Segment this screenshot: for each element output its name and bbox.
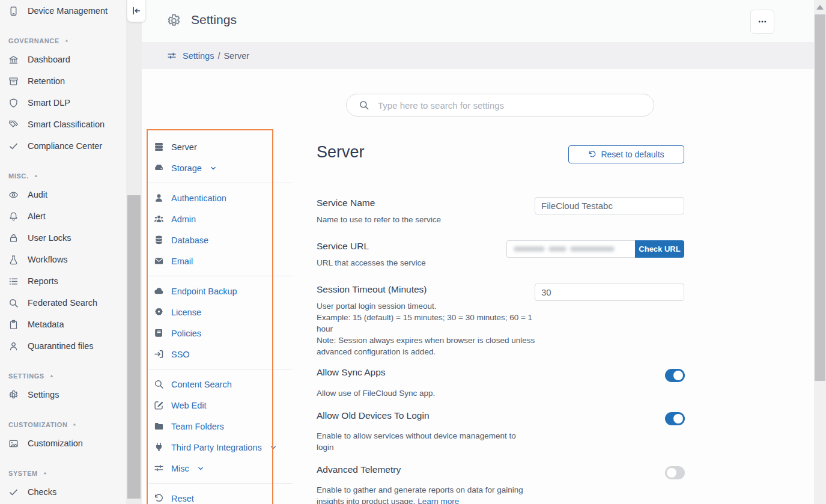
main-scrollbar[interactable]: [814, 0, 826, 504]
settings-nav-item-team-folders[interactable]: Team Folders: [147, 416, 293, 437]
sidebar-item-label: Checks: [28, 487, 56, 497]
settings-nav-item-label: Storage: [171, 163, 202, 173]
sidebar-item-smart-classification[interactable]: Smart Classification: [0, 114, 126, 135]
settings-nav-item-database[interactable]: Database: [147, 229, 293, 250]
learn-more-link[interactable]: Learn more: [418, 497, 459, 504]
settings-nav-item-authentication[interactable]: Authentication: [147, 187, 293, 208]
sidebar-item-device-management[interactable]: Device Management: [0, 0, 126, 22]
bell-icon: [8, 211, 19, 222]
session-timeout-input[interactable]: [535, 284, 684, 301]
sidebar-item-quarantined-files[interactable]: Quarantined files: [0, 335, 126, 357]
sidebar-item-settings[interactable]: Settings: [0, 384, 126, 405]
sidebar-section-title: SETTINGS: [8, 372, 44, 380]
plug-icon: [154, 442, 164, 452]
archive-icon: [8, 76, 19, 87]
sidebar-section-title: MISC.: [8, 172, 29, 180]
settings-nav-item-content-search[interactable]: Content Search: [147, 374, 293, 395]
sidebar-section-system[interactable]: SYSTEM: [0, 454, 126, 481]
nav-divider: [147, 178, 293, 187]
collapse-sidebar-button[interactable]: [127, 0, 146, 22]
reset-to-defaults-button[interactable]: Reset to defaults: [568, 145, 684, 163]
settings-nav-item-label: Misc: [171, 464, 189, 473]
list-icon: [8, 276, 19, 287]
sidebar-item-label: Device Management: [28, 6, 108, 16]
service-url-input[interactable]: [506, 240, 635, 258]
allow-old-devices-toggle[interactable]: [665, 412, 685, 425]
service-name-input[interactable]: [535, 197, 684, 214]
more-options-button[interactable]: [750, 10, 774, 34]
sidebar-section-title: CUSTOMIZATION: [8, 421, 67, 428]
sidebar-item-dashboard[interactable]: Dashboard: [0, 49, 126, 70]
collapse-triangle-icon: [64, 38, 70, 44]
settings-nav-item-server[interactable]: Server: [147, 136, 293, 157]
sidebar-sections: GOVERNANCE Dashboard Retention Smart DLP…: [0, 22, 126, 504]
settings-nav-item-sso[interactable]: SSO: [147, 344, 293, 365]
sidebar-item-audit[interactable]: Audit: [0, 184, 126, 205]
settings-nav-item-policies[interactable]: Policies: [147, 323, 293, 344]
check-url-button[interactable]: Check URL: [635, 240, 684, 258]
sidebar-item-reports[interactable]: Reports: [0, 270, 126, 292]
sidebar-item-label: Alert: [28, 211, 46, 221]
settings-nav: Server Storage Authentication Admin Data…: [147, 136, 293, 504]
sidebar-item-label: Audit: [28, 190, 47, 199]
settings-nav-item-reset[interactable]: Reset: [147, 488, 293, 504]
breadcrumb-current: Server: [223, 51, 249, 61]
settings-nav-item-license[interactable]: License: [147, 302, 293, 323]
sidebar-item-label: Quarantined files: [28, 341, 94, 351]
sidebar-section-customization[interactable]: CUSTOMIZATION: [0, 405, 126, 433]
lock-icon: [8, 233, 19, 243]
search-input[interactable]: [377, 100, 645, 111]
sidebar-item-federated-search[interactable]: Federated Search: [0, 292, 126, 314]
breadcrumb-settings-link[interactable]: Settings: [183, 51, 214, 61]
service-name-label: Service Name: [317, 198, 375, 208]
settings-search: [346, 94, 654, 117]
settings-nav-item-admin[interactable]: Admin: [147, 208, 293, 229]
collapse-left-icon: [132, 6, 141, 16]
sidebar-item-alert[interactable]: Alert: [0, 205, 126, 227]
toggle-knob: [673, 414, 683, 424]
sidebar-section-title: SYSTEM: [8, 470, 38, 477]
nav-divider: [147, 365, 293, 374]
check-icon: [8, 141, 19, 151]
check-icon: [8, 487, 19, 497]
server-icon: [154, 142, 164, 152]
settings-nav-item-label: Policies: [171, 329, 201, 338]
badge-icon: [154, 307, 164, 317]
sidebar-item-customization[interactable]: Customization: [0, 433, 126, 454]
redacted-value-blur: [514, 246, 545, 252]
advanced-telemetry-toggle[interactable]: [665, 466, 685, 479]
settings-nav-item-label: Admin: [171, 214, 196, 224]
main-sidebar: Device Management GOVERNANCE Dashboard R…: [0, 0, 126, 504]
tags-icon: [8, 120, 19, 130]
sidebar-item-user-locks[interactable]: User Locks: [0, 227, 126, 249]
sidebar-item-label: Smart DLP: [28, 98, 70, 108]
sign-in-icon: [154, 349, 164, 359]
scroll-up-arrow-icon[interactable]: [816, 5, 824, 10]
sidebar-section-governance[interactable]: GOVERNANCE: [0, 22, 126, 49]
sidebar-item-metadata[interactable]: Metadata: [0, 314, 126, 335]
sidebar-item-workflows[interactable]: Workflows: [0, 249, 126, 270]
search-icon: [154, 379, 164, 389]
settings-nav-item-misc[interactable]: Misc: [147, 458, 293, 479]
sidebar-scrollbar-thumb[interactable]: [127, 195, 141, 499]
sidebar-scrollbar[interactable]: [126, 0, 142, 504]
sidebar-item-smart-dlp[interactable]: Smart DLP: [0, 92, 126, 114]
settings-nav-item-endpoint-backup[interactable]: Endpoint Backup: [147, 281, 293, 302]
sidebar-item-checks[interactable]: Checks: [0, 481, 126, 503]
allow-sync-apps-toggle[interactable]: [665, 369, 685, 382]
main-scrollbar-thumb[interactable]: [815, 14, 825, 381]
settings-nav-item-storage[interactable]: Storage: [147, 157, 293, 178]
settings-nav-item-label: Reset: [171, 494, 194, 503]
eye-icon: [8, 190, 19, 200]
settings-nav-item-email[interactable]: Email: [147, 250, 293, 272]
settings-nav-item-third-party-integrations[interactable]: Third Party Integrations: [147, 437, 293, 458]
settings-nav-item-web-edit[interactable]: Web Edit: [147, 395, 293, 416]
sidebar-section-settings[interactable]: SETTINGS: [0, 357, 126, 384]
allow-sync-apps-help: Allow use of FileCloud Sync app.: [317, 387, 435, 399]
sidebar-item-compliance-center[interactable]: Compliance Center: [0, 135, 126, 157]
sidebar-item-retention[interactable]: Retention: [0, 70, 126, 92]
settings-nav-item-label: Authentication: [171, 193, 226, 203]
folder-icon: [154, 421, 164, 431]
service-name-help: Name to use to refer to the service: [317, 214, 441, 225]
sidebar-section-misc[interactable]: MISC.: [0, 157, 126, 184]
